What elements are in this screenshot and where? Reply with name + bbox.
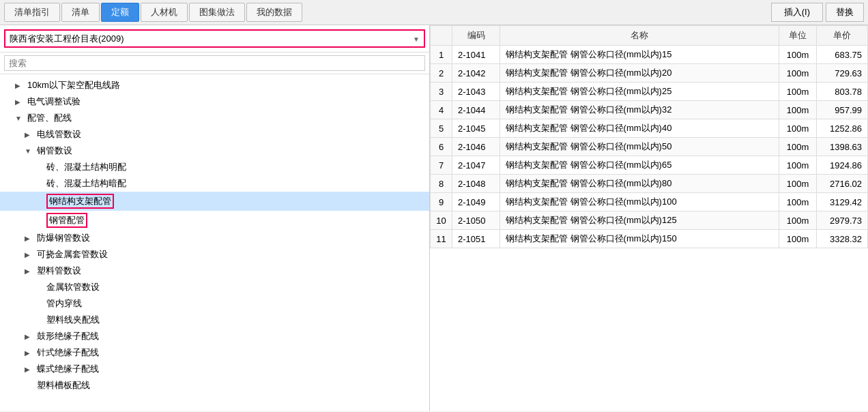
table-row[interactable]: 52-1045钢结构支架配管 钢管公称口径(mm以内)40100m1252.86 <box>431 119 868 138</box>
tab-guide[interactable]: 清单指引 <box>4 3 60 22</box>
table-row[interactable]: 62-1046钢结构支架配管 钢管公称口径(mm以内)50100m1398.63 <box>431 138 868 156</box>
tree-item[interactable]: 钢结构支架配管 <box>0 192 429 211</box>
col-header-name: 名称 <box>500 26 779 46</box>
tree-item[interactable]: 管内穿线 <box>0 295 429 312</box>
cell-code: 2-1051 <box>452 230 500 248</box>
tree-item[interactable]: ▼钢管数设 <box>0 143 429 159</box>
right-panel: 编码 名称 单位 单价 12-1041钢结构支架配管 钢管公称口径(mm以内)1… <box>430 25 868 411</box>
tree-item-label: 管内穿线 <box>46 297 82 310</box>
tree-item[interactable]: 塑料线夹配线 <box>0 312 429 328</box>
cell-no: 4 <box>431 101 452 119</box>
cell-no: 8 <box>431 175 452 193</box>
cell-unit: 100m <box>779 211 817 230</box>
tree-item-label: 可挠金属套管数设 <box>37 248 108 261</box>
cell-no: 1 <box>431 46 452 64</box>
cell-name: 钢结构支架配管 钢管公称口径(mm以内)100 <box>500 193 779 211</box>
col-header-code: 编码 <box>452 26 500 46</box>
tree-item[interactable]: ▼配管、配线 <box>0 110 429 126</box>
tree-item-label: 防爆钢管数设 <box>37 232 90 244</box>
cell-price: 729.63 <box>817 64 868 83</box>
cell-name: 钢结构支架配管 钢管公称口径(mm以内)25 <box>500 83 779 101</box>
cell-code: 2-1043 <box>452 83 500 101</box>
cell-code: 2-1047 <box>452 156 500 175</box>
cell-name: 钢结构支架配管 钢管公称口径(mm以内)65 <box>500 156 779 175</box>
toolbar: 清单指引 清单 定额 人材机 图集做法 我的数据 插入(I) 替换 <box>0 0 868 25</box>
cell-unit: 100m <box>779 64 817 83</box>
table-row[interactable]: 12-1041钢结构支架配管 钢管公称口径(mm以内)15100m683.75 <box>431 46 868 64</box>
cell-unit: 100m <box>779 193 817 211</box>
table-row[interactable]: 42-1044钢结构支架配管 钢管公称口径(mm以内)32100m957.99 <box>431 101 868 119</box>
table-row[interactable]: 32-1043钢结构支架配管 钢管公称口径(mm以内)25100m803.78 <box>431 83 868 101</box>
table-header-row: 编码 名称 单位 单价 <box>431 26 868 46</box>
cell-name: 钢结构支架配管 钢管公称口径(mm以内)50 <box>500 138 779 156</box>
tree-item[interactable]: 砖、混凝土结构明配 <box>0 159 429 175</box>
tree-item-label: 配管、配线 <box>27 112 72 124</box>
tree-arrow-icon: ▶ <box>25 366 34 373</box>
tree-item[interactable]: ▶塑料管数设 <box>0 263 429 279</box>
tab-mydata[interactable]: 我的数据 <box>246 3 302 22</box>
tree-item[interactable]: 塑料槽板配线 <box>0 377 429 394</box>
tree-arrow-icon: ▶ <box>25 349 34 357</box>
cell-price: 2716.02 <box>817 175 868 193</box>
table-row[interactable]: 72-1047钢结构支架配管 钢管公称口径(mm以内)65100m1924.86 <box>431 156 868 175</box>
data-table: 编码 名称 单位 单价 12-1041钢结构支架配管 钢管公称口径(mm以内)1… <box>430 25 868 248</box>
cell-unit: 100m <box>779 83 817 101</box>
table-body: 12-1041钢结构支架配管 钢管公称口径(mm以内)15100m683.752… <box>431 46 868 248</box>
tree-item-label: 钢管配管 <box>46 213 87 228</box>
cell-no: 5 <box>431 119 452 138</box>
tree-item[interactable]: ▶10km以下架空配电线路 <box>0 77 429 93</box>
table-row[interactable]: 22-1042钢结构支架配管 钢管公称口径(mm以内)20100m729.63 <box>431 64 868 83</box>
table-row[interactable]: 82-1048钢结构支架配管 钢管公称口径(mm以内)80100m2716.02 <box>431 175 868 193</box>
cell-price: 1924.86 <box>817 156 868 175</box>
cell-unit: 100m <box>779 230 817 248</box>
search-input[interactable] <box>4 55 425 71</box>
tab-atlas[interactable]: 图集做法 <box>189 3 245 22</box>
tree-item-label: 电线管数设 <box>37 128 81 141</box>
tree-item[interactable]: ▶针式绝缘子配线 <box>0 344 429 361</box>
tree-item[interactable]: ▶电线管数设 <box>0 126 429 143</box>
cell-price: 957.99 <box>817 101 868 119</box>
price-list-dropdown[interactable]: 陕西省安装工程价目表(2009) <box>4 29 425 48</box>
tab-labor[interactable]: 人材机 <box>141 3 188 22</box>
cell-unit: 100m <box>779 175 817 193</box>
cell-no: 2 <box>431 64 452 83</box>
cell-unit: 100m <box>779 46 817 64</box>
tree-item-label: 砖、混凝土结构暗配 <box>46 177 126 190</box>
table-row[interactable]: 112-1051钢结构支架配管 钢管公称口径(mm以内)150100m3328.… <box>431 230 868 248</box>
main-area: 陕西省安装工程价目表(2009) ▶10km以下架空配电线路▶电气调整试验▼配管… <box>0 25 868 411</box>
tree-item[interactable]: ▶鼓形绝缘子配线 <box>0 328 429 344</box>
tree-item[interactable]: 金属软管数设 <box>0 279 429 295</box>
cell-price: 1398.63 <box>817 138 868 156</box>
tree-item-label: 针式绝缘子配线 <box>37 347 99 359</box>
cell-price: 3129.42 <box>817 193 868 211</box>
cell-price: 2979.73 <box>817 211 868 230</box>
tab-list[interactable]: 清单 <box>61 3 100 22</box>
tree-area: ▶10km以下架空配电线路▶电气调整试验▼配管、配线▶电线管数设▼钢管数设砖、混… <box>0 74 429 411</box>
replace-button[interactable]: 替换 <box>826 3 864 22</box>
tree-arrow-icon: ▶ <box>25 333 34 340</box>
tree-item[interactable]: ▶可挠金属套管数设 <box>0 246 429 263</box>
insert-button[interactable]: 插入(I) <box>771 3 823 22</box>
tree-item[interactable]: ▶蝶式绝缘子配线 <box>0 361 429 377</box>
table-row[interactable]: 102-1050钢结构支架配管 钢管公称口径(mm以内)125100m2979.… <box>431 211 868 230</box>
cell-name: 钢结构支架配管 钢管公称口径(mm以内)32 <box>500 101 779 119</box>
cell-no: 6 <box>431 138 452 156</box>
tree-arrow-icon: ▼ <box>25 147 34 155</box>
cell-code: 2-1042 <box>452 64 500 83</box>
tree-item[interactable]: 钢管配管 <box>0 211 429 230</box>
cell-no: 9 <box>431 193 452 211</box>
tree-item[interactable]: ▶电气调整试验 <box>0 93 429 110</box>
table-row[interactable]: 92-1049钢结构支架配管 钢管公称口径(mm以内)100100m3129.4… <box>431 193 868 211</box>
table-wrapper: 编码 名称 单位 单价 12-1041钢结构支架配管 钢管公称口径(mm以内)1… <box>430 25 868 411</box>
tree-item-label: 蝶式绝缘子配线 <box>37 363 99 375</box>
tree-item[interactable]: 砖、混凝土结构暗配 <box>0 175 429 192</box>
cell-name: 钢结构支架配管 钢管公称口径(mm以内)40 <box>500 119 779 138</box>
tab-quota[interactable]: 定额 <box>101 3 139 22</box>
tree-item-label: 10km以下架空配电线路 <box>27 79 120 91</box>
cell-price: 803.78 <box>817 83 868 101</box>
col-header-no <box>431 26 452 46</box>
tree-item-label: 鼓形绝缘子配线 <box>37 330 99 342</box>
cell-no: 3 <box>431 83 452 101</box>
tree-arrow-icon: ▼ <box>15 115 25 122</box>
tree-item[interactable]: ▶防爆钢管数设 <box>0 230 429 246</box>
